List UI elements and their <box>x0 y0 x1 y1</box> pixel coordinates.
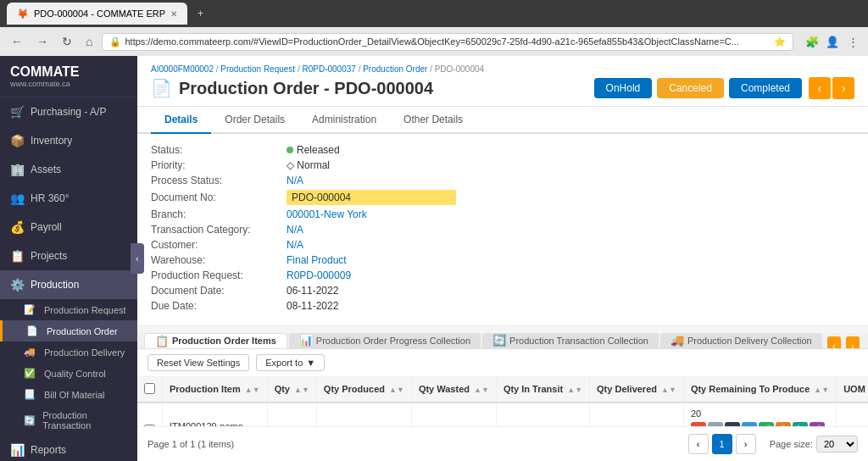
sub-tab-prev-button[interactable]: ‹ <box>827 336 841 349</box>
sidebar-sub-label: Bill Of Material <box>44 390 105 400</box>
table-header-row: Production Item ▲▼ Qty ▲▼ Qty Produced ▲… <box>137 377 868 403</box>
completed-button[interactable]: Completed <box>729 78 802 98</box>
menu-button[interactable]: ⋮ <box>844 33 861 50</box>
tab-details[interactable]: Details <box>151 107 211 134</box>
page-1-button[interactable]: 1 <box>712 434 732 454</box>
reset-view-button[interactable]: Reset View Settings <box>147 354 249 371</box>
breadcrumb-production-order[interactable]: Production Order <box>363 64 427 74</box>
prev-record-button[interactable]: ‹ <box>809 77 831 99</box>
next-record-button[interactable]: › <box>832 77 854 99</box>
profile-button[interactable]: 👤 <box>824 33 841 50</box>
cell-qty-wasted: 5.25 <box>411 403 496 426</box>
sidebar-collapse-button[interactable]: ‹ <box>131 243 144 274</box>
value-due-date: 08-11-2022 <box>287 300 338 312</box>
tab-order-details[interactable]: Order Details <box>211 107 298 134</box>
form-row-status: Status: Released <box>151 144 854 156</box>
breadcrumb-production-request[interactable]: Production Request <box>220 64 295 74</box>
sidebar-item-production[interactable]: ⚙️ Production <box>0 270 137 299</box>
sub-tab-progress-collection[interactable]: 📊 Production Order Progress Collection <box>289 333 481 348</box>
sidebar-item-payroll[interactable]: 💰 Payroll <box>0 213 137 242</box>
sub-tab-next-button[interactable]: › <box>846 336 860 349</box>
sidebar-sub-production-request[interactable]: 📝 Production Request <box>0 299 137 320</box>
label-priority: Priority: <box>151 159 287 171</box>
purchasing-icon: 🛒 <box>10 105 24 119</box>
sort-icon-qty-produced[interactable]: ▲▼ <box>389 386 404 394</box>
sort-icon-qty-delivered[interactable]: ▲▼ <box>661 386 676 394</box>
col-qty-produced: Qty Produced ▲▼ <box>316 377 411 403</box>
home-button[interactable]: ⌂ <box>81 33 97 50</box>
table-row: ITM000129-name plate (steel) 50 30 5.25 … <box>137 403 868 426</box>
tab-other-details[interactable]: Other Details <box>390 107 476 134</box>
col-checkbox <box>137 377 163 403</box>
logo-text: COMMATE <box>10 64 127 80</box>
sidebar-sub-label: Quality Control <box>44 369 106 379</box>
breadcrumb-ropd[interactable]: R0PD-000037 <box>302 64 355 74</box>
forward-button[interactable]: → <box>32 33 53 50</box>
sort-icon-qty-wasted[interactable]: ▲▼ <box>474 386 489 394</box>
sidebar-item-assets[interactable]: 🏢 Assets <box>0 155 137 184</box>
browser-nav-bar: ← → ↻ ⌂ 🔒 https://demo.commateerp.com/#V… <box>0 27 868 56</box>
label-production-request: Production Request: <box>151 269 287 281</box>
sort-icon-item[interactable]: ▲▼ <box>245 386 260 394</box>
address-bar[interactable]: 🔒 https://demo.commateerp.com/#ViewID=Pr… <box>102 33 793 51</box>
sub-tab-production-order-items[interactable]: 📋 Production Order Items <box>144 333 287 348</box>
tab-administration[interactable]: Administration <box>298 107 390 134</box>
sidebar-sub-production-order[interactable]: 📄 Production Order <box>0 320 137 342</box>
main-tab-bar: Details Order Details Administration Oth… <box>137 107 868 134</box>
export-to-button[interactable]: Export to ▼ <box>256 354 325 371</box>
back-button[interactable]: ← <box>7 33 27 50</box>
sub-tab-transaction-collection[interactable]: 🔄 Production Transaction Collection <box>482 333 659 348</box>
page-size-select[interactable]: 20 50 100 <box>816 436 858 453</box>
extensions-button[interactable]: 🧩 <box>804 33 821 50</box>
canceled-button[interactable]: Canceled <box>657 78 724 98</box>
sub-tab-icon-delivery: 🚚 <box>670 334 684 347</box>
new-tab-button[interactable]: + <box>192 8 209 19</box>
sidebar-item-reports[interactable]: 📊 Reports <box>0 436 137 461</box>
page-size-selector: Page size: 20 50 100 <box>770 436 858 453</box>
sub-tab-delivery-collection[interactable]: 🚚 Production Delivery Collection <box>660 333 822 348</box>
cell-qty-remaining: 20 ▶ ⬚ ▣ ✦ 🔗 📋 🔧 ⚡ 📊 <box>683 403 836 426</box>
sort-icon-qty-remaining[interactable]: ▲▼ <box>814 386 829 394</box>
breadcrumb-ai[interactable]: AI0000FM00002 <box>151 64 214 74</box>
page-prev-button[interactable]: ‹ <box>688 434 709 454</box>
page-next-button[interactable]: › <box>736 434 756 454</box>
page-header: AI0000FM00002 / Production Request / R0P… <box>137 56 868 107</box>
reload-button[interactable]: ↻ <box>58 33 76 50</box>
sub-icon-delivery: 🚚 <box>24 347 37 358</box>
value-transaction-cat: N/A <box>287 224 303 236</box>
row-checkbox <box>137 403 163 426</box>
form-row-due-date: Due Date: 08-11-2022 <box>151 300 854 312</box>
page-controls: ‹ 1 › <box>688 434 756 454</box>
sort-icon-qty-transit[interactable]: ▲▼ <box>567 386 582 394</box>
sidebar-item-purchasing[interactable]: 🛒 Purchasing - A/P <box>0 97 137 126</box>
sort-icon-qty[interactable]: ▲▼ <box>294 386 309 394</box>
browser-tab-close[interactable]: ✕ <box>170 9 177 19</box>
label-due-date: Due Date: <box>151 300 287 312</box>
sidebar-item-projects[interactable]: 📋 Projects <box>0 242 137 270</box>
browser-tab[interactable]: 🦊 PDO-000004 - COMMATE ERP ✕ <box>7 3 187 25</box>
value-priority: ◇ Normal <box>287 159 330 171</box>
select-all-checkbox[interactable] <box>144 383 155 394</box>
sidebar-item-hr360[interactable]: 👥 HR 360° <box>0 184 137 213</box>
onhold-button[interactable]: OnHold <box>594 78 653 98</box>
value-document-date: 06-11-2022 <box>287 285 338 297</box>
col-qty-delivered: Qty Delivered ▲▼ <box>590 377 684 403</box>
browser-tab-title: PDO-000004 - COMMATE ERP <box>34 8 165 19</box>
url-text: https://demo.commateerp.com/#ViewID=Prod… <box>125 36 771 47</box>
sidebar-item-inventory[interactable]: 📦 Inventory <box>0 126 137 155</box>
form-row-document-date: Document Date: 06-11-2022 <box>151 285 854 297</box>
sub-icon-order: 📄 <box>26 325 40 336</box>
breadcrumb: AI0000FM00002 / Production Request / R0P… <box>151 64 854 74</box>
cell-qty-produced: 30 <box>316 403 411 426</box>
page-title: 📄 Production Order - PDO-000004 <box>151 78 433 98</box>
sidebar-sub-label: Production Order <box>47 326 118 336</box>
page-title-text: Production Order - PDO-000004 <box>179 79 433 98</box>
value-status: Released <box>287 144 340 156</box>
payroll-icon: 💰 <box>10 220 24 234</box>
sidebar-sub-production-delivery[interactable]: 🚚 Production Delivery <box>0 342 137 363</box>
sidebar-sub-bill-of-material[interactable]: 📃 Bill Of Material <box>0 384 137 405</box>
sub-tab-bar: 📋 Production Order Items 📊 Production Or… <box>137 333 868 349</box>
sidebar-sub-quality-control[interactable]: ✅ Quality Control <box>0 363 137 384</box>
label-transaction-cat: Transaction Category: <box>151 224 287 236</box>
sidebar-sub-production-transaction[interactable]: 🔄 Production Transaction <box>0 405 137 436</box>
